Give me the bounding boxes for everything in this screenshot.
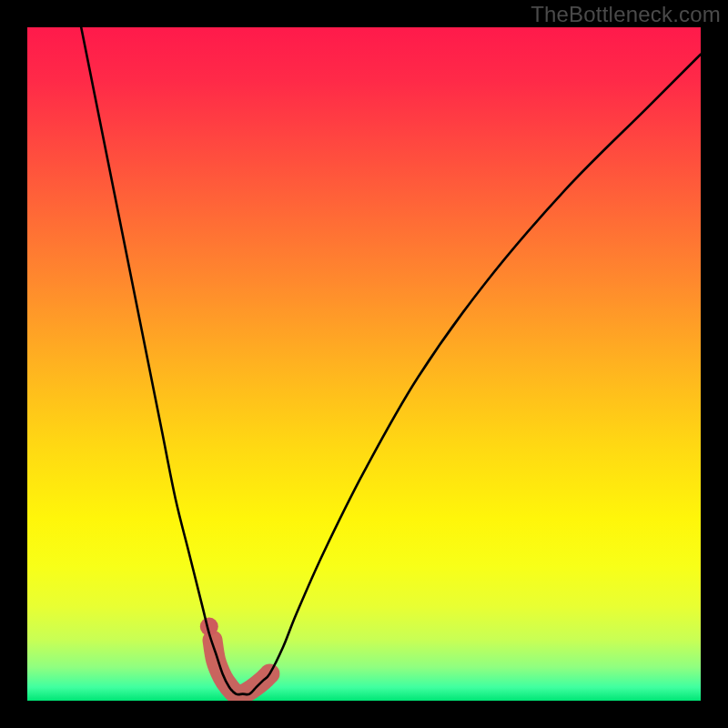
bottleneck-curve — [81, 27, 701, 694]
chart-frame: TheBottleneck.com — [0, 0, 728, 728]
curve-svg — [27, 27, 701, 701]
plot-area — [27, 27, 701, 701]
watermark-text: TheBottleneck.com — [531, 2, 721, 27]
